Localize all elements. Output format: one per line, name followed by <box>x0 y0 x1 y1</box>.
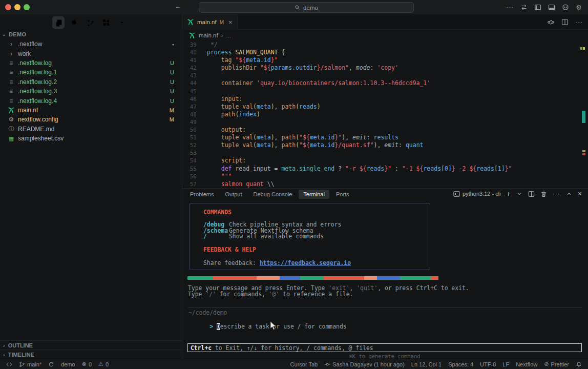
line-number: 44 <box>182 79 197 87</box>
outline-section[interactable]: › OUTLINE <box>0 340 182 350</box>
split-editor-icon[interactable] <box>561 18 569 26</box>
status-nextflow[interactable]: Nextflow <box>516 361 537 367</box>
code-token: }/salmon" <box>317 64 349 72</box>
line-number: 43 <box>182 72 197 79</box>
status-ln-12-col-1[interactable]: Ln 12, Col 1 <box>411 361 442 367</box>
explorer-section-header[interactable]: ⌄ DEMO <box>2 31 27 37</box>
panel-tab-problems[interactable]: Problems <box>185 190 218 199</box>
tab-main-nf[interactable]: main.nf M × <box>182 14 238 30</box>
panel-tab-output[interactable]: Output <box>220 190 246 199</box>
line-number: 57 <box>182 180 197 188</box>
status-main[interactable]: main* <box>19 361 41 367</box>
add-terminal-icon[interactable]: + <box>507 190 511 197</box>
code-token: : <box>398 141 406 149</box>
titlebar: ← demo ···⚙ <box>0 0 588 15</box>
branch-icon <box>19 361 25 367</box>
tree-item-samplesheet-csv[interactable]: ▦samplesheet.csv <box>0 134 182 143</box>
tree-item-nextflow-log-4[interactable]: ≡.nextflow.log.4U <box>0 96 182 105</box>
code-token: meta <box>257 103 271 111</box>
panel-tab-terminal[interactable]: Terminal <box>299 190 329 199</box>
line-number: 39 <box>182 41 197 49</box>
status-label: Sasha Dagayev (1 hour ago) <box>332 361 405 367</box>
status-lf[interactable]: LF <box>502 361 509 367</box>
code-token: ? <box>338 165 345 173</box>
status-demo[interactable]: demo <box>61 361 75 367</box>
code-token: } -2 ${ <box>452 165 476 173</box>
files-icon[interactable] <box>52 16 65 29</box>
terminal-instance-label[interactable]: python3.12 - cli <box>453 191 501 197</box>
remote-icon <box>6 361 12 367</box>
panel-divider[interactable] <box>182 188 588 189</box>
timeline-section[interactable]: › TIMELINE <box>0 350 182 359</box>
help-text: '/' <box>205 291 216 298</box>
feedback-link[interactable]: https://feedback.seqera.io <box>260 259 351 266</box>
help-text: 'quit' <box>356 284 377 292</box>
more-actions-icon[interactable]: ··· <box>575 19 583 25</box>
code-token: : <box>370 64 377 72</box>
panel-tab-debug-console[interactable]: Debug Console <box>249 190 297 199</box>
open-changes-icon[interactable] <box>547 18 555 26</box>
chevron-down-icon[interactable] <box>116 16 128 29</box>
panel-tab-ports[interactable]: Ports <box>331 190 354 199</box>
code-token: def <box>221 165 236 173</box>
code-token: tuple <box>221 134 243 141</box>
terminal-prompt[interactable]: > Describe a task or use / for commands <box>188 316 347 337</box>
extensions-icon[interactable] <box>100 16 112 29</box>
code-token: index <box>239 111 257 118</box>
status-0[interactable]: ⊗0 <box>82 361 92 367</box>
tree-item-main-nf[interactable]: main.nfM <box>0 106 182 115</box>
ellipsis-icon[interactable]: ··· <box>506 4 514 10</box>
back-arrow-icon[interactable]: ← <box>175 3 182 10</box>
tree-item-nextflow-log-1[interactable]: ≡.nextflow.log.1U <box>0 68 182 77</box>
traffic-minimize-button[interactable] <box>14 4 20 10</box>
layout-sidebar-icon[interactable] <box>534 4 541 11</box>
code-area[interactable]: 39 */40process SALMON_QUANT {41 tag "${m… <box>182 41 580 189</box>
copilot-icon[interactable] <box>562 4 569 11</box>
traffic-zoom-button[interactable] <box>24 4 30 10</box>
status-utf-8[interactable]: UTF-8 <box>480 361 496 367</box>
tree-item-nextflow-log-3[interactable]: ≡.nextflow.log.3U <box>0 87 182 96</box>
tree-item-nextflow-log[interactable]: ≡.nextflow.logU <box>0 58 182 68</box>
terminal-input-box[interactable]: Ctrl+c to Exit, ↑/↓ for history, / comma… <box>187 343 582 352</box>
code-line: 55 def read_input = meta.single_end ? "-… <box>182 165 580 173</box>
scrollbar-thumb[interactable] <box>582 111 585 123</box>
status-bell-icon[interactable] <box>576 361 582 367</box>
search-icon[interactable] <box>68 16 80 29</box>
sync-icon <box>48 361 54 367</box>
settings-gear-icon[interactable]: ⚙ <box>576 4 582 11</box>
command-name: /schema <box>203 228 229 234</box>
split-terminal-icon[interactable] <box>528 191 535 197</box>
code-line: 51 tuple val(meta), path("${meta.id}"), … <box>182 134 580 141</box>
layout-panel-icon[interactable] <box>548 4 555 11</box>
chevron-down-icon[interactable] <box>516 191 522 197</box>
activity-bar <box>52 15 128 30</box>
code-token: ) <box>257 111 260 118</box>
tree-item-readme-md[interactable]: ⓘREADME.md <box>0 125 182 134</box>
line-number: 49 <box>182 118 197 126</box>
status-sasha-dagayev-1-hour-ago[interactable]: Sasha Dagayev (1 hour ago) <box>324 361 405 367</box>
status-prettier[interactable]: ⊘Prettier <box>544 361 569 367</box>
tree-item-nextflow-config[interactable]: ⚙nextflow.configM <box>0 115 182 124</box>
trash-icon[interactable] <box>540 191 547 197</box>
code-line: 50 output: <box>182 126 580 134</box>
swap-arrows-icon[interactable] <box>520 4 528 11</box>
command-center-search[interactable]: demo <box>199 2 414 13</box>
line-number: 55 <box>182 165 197 173</box>
overview-ruler-mark <box>582 153 585 155</box>
source-control-icon[interactable] <box>84 16 96 29</box>
traffic-close-button[interactable] <box>5 4 11 10</box>
close-icon[interactable]: × <box>228 18 233 26</box>
close-icon[interactable]: × <box>578 190 582 197</box>
more-actions-icon[interactable]: ··· <box>553 191 560 197</box>
chevron-up-icon[interactable] <box>566 191 572 197</box>
breadcrumb[interactable]: main.nf › ... <box>188 30 231 41</box>
tree-item-nextflow-log-2[interactable]: ≡.nextflow.log.2U <box>0 77 182 87</box>
tree-item-work[interactable]: ›work <box>0 49 182 58</box>
status-spaces-4[interactable]: Spaces: 4 <box>448 361 473 367</box>
tree-item-nextflow[interactable]: ›.nextflow● <box>0 39 182 49</box>
status-0[interactable]: ⚠0 <box>98 361 109 367</box>
status-sync-icon[interactable] <box>48 361 54 367</box>
status-cursor-tab[interactable]: Cursor Tab <box>290 361 318 367</box>
status-remote-icon[interactable] <box>6 361 12 367</box>
code-token: ) <box>317 103 321 111</box>
